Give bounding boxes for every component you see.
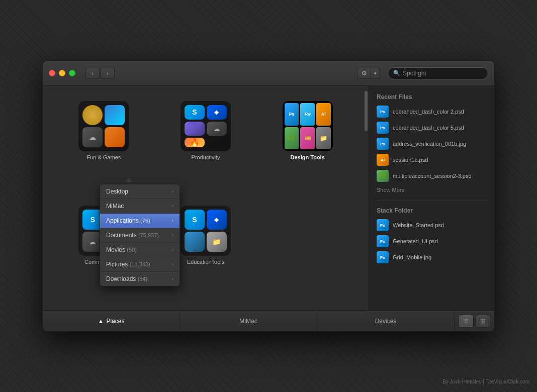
- recent-file-3[interactable]: Ps address_verification_001b.jpg: [377, 138, 487, 150]
- dropdown-count-downloads: (84): [138, 276, 148, 282]
- gear-icon: ⚙: [362, 70, 367, 77]
- stack-file-3[interactable]: Ps Grid_Mobile.jpg: [377, 251, 487, 263]
- file-name-2: cobranded_dash_color 5.psd: [393, 125, 464, 131]
- stack-name-3: Grid_Mobile.jpg: [393, 254, 431, 260]
- folder-icon-productivity: S ◆ ☁ 🔥: [181, 101, 231, 151]
- dropdown-item-label-desktop: Desktop: [106, 188, 128, 195]
- folder-label-design-tools: Design Tools: [291, 154, 325, 160]
- icon-orange: [105, 127, 125, 147]
- dropdown-item-label-applications: Applications (76): [106, 217, 150, 224]
- icon-teal-edu: [185, 232, 205, 252]
- dropdown-item-movies[interactable]: Movies (50) ›: [100, 243, 180, 257]
- tab-devices[interactable]: Devices: [317, 311, 455, 331]
- stack-thumb-3: Ps: [377, 251, 389, 263]
- file-thumb-5: 🌿: [377, 170, 389, 182]
- dropdown-item-label-downloads: Downloads (84): [106, 275, 147, 282]
- list-view-button[interactable]: ≡: [459, 315, 474, 328]
- stack-name-1: Website_Started.psd: [393, 222, 444, 228]
- folder-icon-fun-games: ☁: [78, 101, 129, 151]
- icon-coin: [82, 105, 103, 125]
- tab-places-triangle: ▲: [98, 318, 104, 325]
- icon-fire: 🔥: [185, 138, 205, 147]
- maximize-button[interactable]: [69, 70, 75, 76]
- search-input[interactable]: [403, 70, 478, 77]
- file-thumb-1: Ps: [377, 106, 389, 118]
- dropdown-item-desktop[interactable]: Desktop ›: [100, 184, 180, 199]
- recent-file-2[interactable]: Ps cobranded_dash_color 5.psd: [377, 122, 487, 134]
- folder-icon-education-tools: S ◆ 📁: [181, 206, 231, 256]
- back-icon: ‹: [92, 70, 94, 76]
- minimize-button[interactable]: [59, 70, 65, 76]
- tab-places-label: Places: [106, 318, 124, 325]
- search-box[interactable]: 🔍: [388, 67, 488, 79]
- forward-icon: ›: [107, 70, 109, 76]
- grid-view-icon: ⊞: [480, 317, 486, 325]
- chevron-right-icon-documents: ›: [172, 233, 173, 238]
- chevron-right-icon-applications: ›: [172, 218, 173, 223]
- stack-name-2: Generated_UI.psd: [393, 238, 438, 244]
- recent-file-1[interactable]: Ps cobranded_dash_color 2.psd: [377, 106, 487, 118]
- tab-places[interactable]: ▲ Places: [43, 311, 180, 331]
- file-name-3: address_verification_001b.jpg: [393, 141, 466, 147]
- chevron-right-icon-desktop: ›: [172, 189, 173, 194]
- close-button[interactable]: [49, 70, 55, 76]
- dropdown-item-label-mimac: MiMac: [106, 203, 124, 210]
- gear-button[interactable]: ⚙: [357, 68, 371, 79]
- dropdown-item-mimac[interactable]: MiMac ›: [100, 199, 180, 214]
- icon-leaf: 🌿: [285, 127, 299, 150]
- back-button[interactable]: ‹: [85, 68, 100, 79]
- grid-view-button[interactable]: ⊞: [475, 315, 490, 328]
- icon-fireworks: Fw: [300, 103, 315, 126]
- folder-design-tools[interactable]: Ps Fw Ai 🌿 🎫 📁 Design Tools: [256, 96, 359, 201]
- icon-skype: S: [185, 105, 205, 120]
- chevron-right-icon-mimac: ›: [172, 204, 173, 209]
- dropdown-count-movies: (50): [127, 247, 137, 253]
- dropdown-count-pictures: (11,343): [130, 261, 150, 267]
- tab-mimac-label: MiMac: [239, 318, 257, 325]
- tab-mimac[interactable]: MiMac: [180, 311, 317, 331]
- dropdown-item-applications[interactable]: Applications (76) ›: [100, 214, 180, 228]
- search-icon: 🔍: [393, 70, 400, 76]
- show-more-button[interactable]: Show More: [377, 187, 487, 193]
- scroll-thumb[interactable]: [365, 91, 368, 131]
- icon-cloud-bottom-left: ☁: [82, 127, 103, 147]
- stack-file-1[interactable]: Ps Website_Started.psd: [377, 219, 487, 231]
- right-panel: Recent Files Ps cobranded_dash_color 2.p…: [369, 86, 494, 310]
- stack-thumb-2: Ps: [377, 235, 389, 247]
- forward-button[interactable]: ›: [101, 68, 115, 79]
- file-thumb-2: Ps: [377, 122, 389, 134]
- dropdown-item-pictures[interactable]: Pictures (11,343) ›: [100, 257, 180, 272]
- dropdown-item-label-documents: Documents (75,937): [106, 232, 159, 239]
- icon-skype-edu: S: [185, 210, 205, 230]
- dropdown-caret: [125, 178, 133, 182]
- icon-pink-app: 🎫: [300, 127, 315, 150]
- icon-dropbox-edu: ◆: [207, 210, 227, 230]
- folder-label-fun-games: Fun & Games: [86, 154, 121, 160]
- stack-folder-title: Stack Folder: [377, 207, 487, 214]
- nav-arrows: ‹ ›: [85, 68, 115, 79]
- folder-label-education-tools: EducationTools: [187, 259, 225, 265]
- main-content: ☁ Fun & Games S ◆ ☁ 🔥 Productivity: [43, 86, 494, 310]
- file-thumb-4: Ai: [377, 154, 389, 166]
- scroll-track: [365, 91, 368, 305]
- dropdown-item-documents[interactable]: Documents (75,937) ›: [100, 228, 180, 243]
- stack-file-2[interactable]: Ps Generated_UI.psd: [377, 235, 487, 247]
- icon-folder-edu: 📁: [207, 232, 227, 252]
- icon-dropbox: ◆: [207, 105, 227, 120]
- finder-window: ‹ › ⚙ ▾ 🔍: [42, 60, 495, 332]
- recent-file-4[interactable]: Ai session1b.psd: [377, 154, 487, 166]
- left-panel: ☁ Fun & Games S ◆ ☁ 🔥 Productivity: [43, 86, 369, 310]
- view-toggle-area: ≡ ⊞: [455, 315, 494, 328]
- list-view-icon: ≡: [464, 317, 468, 325]
- stack-thumb-1: Ps: [377, 219, 389, 231]
- dropdown-item-downloads[interactable]: Downloads (84) ›: [100, 272, 180, 286]
- attribution-text: By Josh Hemsley | TheVisualClick.com: [442, 379, 529, 384]
- file-name-1: cobranded_dash_color 2.psd: [393, 109, 464, 115]
- icon-blue: [105, 105, 125, 125]
- file-name-5: multipleaccount_session2-3.psd: [393, 173, 472, 179]
- recent-file-5[interactable]: 🌿 multipleaccount_session2-3.psd: [377, 170, 487, 182]
- view-dropdown-button[interactable]: ▾: [371, 68, 380, 79]
- tabbar: ▲ Places MiMac Devices ≡ ⊞: [43, 310, 494, 331]
- icon-photoshop: Ps: [285, 103, 299, 126]
- icon-cloud-productivity: ☁: [207, 122, 227, 136]
